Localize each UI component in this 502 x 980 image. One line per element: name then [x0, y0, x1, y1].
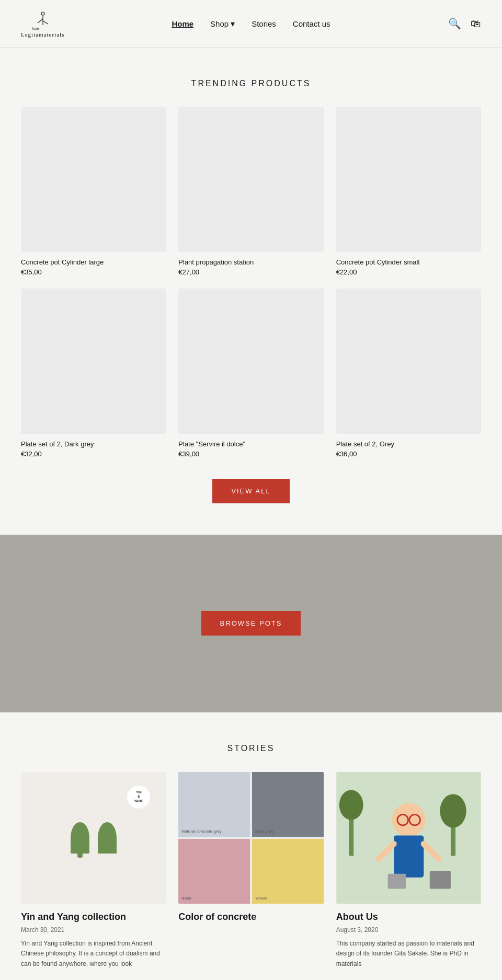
chevron-down-icon: ▾ [231, 19, 235, 29]
product-card[interactable]: Plate set of 2, Grey €36,00 [336, 289, 481, 457]
story-excerpt-1: Yin and Yang collection is inspired from… [21, 939, 166, 969]
product-card[interactable]: Plate set of 2, Dark grey €32,00 [21, 289, 166, 457]
product-card[interactable]: Plate "Servire il dolce" €39,00 [178, 289, 323, 457]
header-icons: 🔍 🛍 [448, 17, 481, 30]
svg-rect-9 [394, 835, 424, 877]
story-image-3 [336, 772, 481, 904]
cart-icon: 🛍 [471, 18, 481, 29]
trending-section: TRENDING PRODUCTS Concrete pot Cylinder … [0, 48, 502, 535]
main-nav: Home Shop ▾ Stories Contact us [172, 19, 330, 29]
svg-line-3 [43, 21, 48, 24]
product-price: €35,00 [21, 268, 166, 276]
banner-section: BROWSE POTS [0, 535, 502, 712]
view-all-button[interactable]: VIEW ALL [212, 479, 289, 503]
browse-pots-button[interactable]: BROWSE POTS [201, 611, 301, 636]
product-image [21, 107, 166, 252]
product-price: €32,00 [21, 450, 166, 458]
search-icon: 🔍 [448, 18, 461, 29]
site-header: lgm Legitamaterials Home Shop ▾ Stories … [0, 0, 502, 48]
product-name: Plate set of 2, Dark grey [21, 440, 166, 448]
product-name: Plate "Servire il dolce" [178, 440, 323, 448]
svg-point-16 [440, 794, 466, 827]
product-name: Concrete pot Cylinder large [21, 258, 166, 266]
story-card-2[interactable]: Natural concrete grey Dark grey Rose Yel… [178, 772, 323, 969]
svg-rect-18 [429, 871, 450, 889]
color-tile-rose: Rose [178, 839, 250, 904]
story-title-1: Yin and Yang collection [21, 911, 166, 923]
stories-grid: YIN&YANG Yin and Yang collection March 3… [21, 772, 481, 969]
product-image [336, 289, 481, 433]
product-price: €39,00 [178, 450, 323, 458]
product-price: €22,00 [336, 268, 481, 276]
color-tile-concrete: Natural concrete grey [178, 772, 250, 837]
svg-point-0 [41, 12, 44, 15]
product-image [21, 289, 166, 433]
story-date-3: August 3, 2020 [336, 926, 481, 933]
nav-contact[interactable]: Contact us [293, 19, 330, 28]
search-button[interactable]: 🔍 [448, 17, 461, 30]
about-image-svg [336, 772, 481, 904]
logo-text: Legitamaterials [21, 31, 64, 38]
nav-shop[interactable]: Shop ▾ [210, 19, 235, 29]
logo-icon: lgm [30, 9, 56, 30]
product-card[interactable]: Concrete pot Cylinder small €22,00 [336, 107, 481, 276]
story-title-3: About Us [336, 911, 481, 923]
svg-text:lgm: lgm [32, 27, 39, 30]
nav-home[interactable]: Home [172, 19, 193, 28]
trending-title: TRENDING PRODUCTS [21, 79, 481, 88]
color-tile-dark-grey: Dark grey [252, 772, 324, 837]
view-all-container: VIEW ALL [21, 479, 481, 503]
svg-line-2 [38, 19, 43, 23]
product-image [178, 289, 323, 433]
story-card-3[interactable]: About Us August 3, 2020 This company sta… [336, 772, 481, 969]
product-name: Plate set of 2, Grey [336, 440, 481, 448]
product-image [178, 107, 323, 252]
story-image-1: YIN&YANG [21, 772, 166, 904]
stories-section: STORIES YIN&YANG [0, 712, 502, 980]
stories-title: STORIES [21, 744, 481, 753]
product-card[interactable]: Concrete pot Cylinder large €35,00 [21, 107, 166, 276]
svg-point-7 [339, 790, 363, 820]
product-price: €36,00 [336, 450, 481, 458]
story-excerpt-3: This company started as passion to mater… [336, 939, 481, 969]
product-name: Concrete pot Cylinder small [336, 258, 481, 266]
svg-rect-17 [387, 874, 405, 889]
nav-shop-link[interactable]: Shop [210, 19, 229, 28]
story-card-1[interactable]: YIN&YANG Yin and Yang collection March 3… [21, 772, 166, 969]
story-date-1: March 30, 2021 [21, 926, 166, 933]
story-image-2: Natural concrete grey Dark grey Rose Yel… [178, 772, 323, 904]
story-title-2: Color of concrete [178, 911, 323, 923]
products-grid: Concrete pot Cylinder large €35,00 Plant… [21, 107, 481, 458]
logo[interactable]: lgm Legitamaterials [21, 9, 64, 38]
product-name: Plant propagation station [178, 258, 323, 266]
product-image [336, 107, 481, 252]
product-card[interactable]: Plant propagation station €27,00 [178, 107, 323, 276]
color-tile-yellow: Yellow [252, 839, 324, 904]
product-price: €27,00 [178, 268, 323, 276]
nav-stories[interactable]: Stories [252, 19, 276, 28]
cart-button[interactable]: 🛍 [471, 18, 481, 30]
